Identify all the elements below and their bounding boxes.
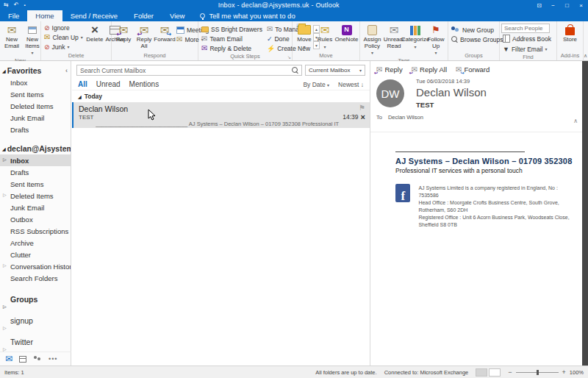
zoom-slider[interactable]: [516, 372, 559, 373]
ribbon-display-options-icon[interactable]: ⊡: [532, 2, 546, 9]
reading-view-button[interactable]: [476, 368, 487, 377]
mail-nav-icon[interactable]: ✉: [5, 354, 12, 363]
store-button[interactable]: Store: [560, 23, 581, 44]
maximize-icon[interactable]: □: [560, 2, 574, 9]
more-nav-icon[interactable]: •••: [49, 355, 57, 363]
assign-policy-button[interactable]: Assign Policy ▾: [362, 23, 383, 57]
quick-step-item[interactable]: SS Bright Drawers: [200, 24, 264, 34]
sidebar-item-sent-items[interactable]: Sent Items: [0, 178, 71, 190]
search-input[interactable]: [80, 67, 292, 74]
follow-up-button[interactable]: ⚑ Follow Up ▾: [426, 23, 446, 57]
zoom-level[interactable]: 100%: [570, 369, 584, 376]
quick-step-item[interactable]: ✉ Reply & Delete: [200, 43, 264, 53]
sort-order-toggle[interactable]: Newest ↓: [338, 81, 364, 88]
reply-all-action[interactable]: ✉↩ Reply All: [412, 65, 447, 74]
reading-pane-scrollbar[interactable]: [582, 61, 588, 365]
filter-email-button[interactable]: ▼ Filter Email ▾: [501, 44, 553, 54]
minimize-folder-pane-icon[interactable]: ‹: [65, 67, 68, 74]
favorites-deleted-items[interactable]: Deleted Items: [0, 100, 71, 112]
date-group-header[interactable]: ◢ Today: [72, 90, 370, 102]
tab-folder[interactable]: Folder: [126, 10, 162, 21]
tab-all[interactable]: All: [78, 80, 87, 88]
quick-steps-dialog-launcher[interactable]: ↘: [287, 54, 291, 60]
expand-arrow-icon[interactable]: ▷: [3, 192, 7, 197]
junk-button[interactable]: ⊘ Junk ▾: [43, 42, 85, 51]
expand-arrow-icon[interactable]: ▷: [3, 325, 7, 330]
sidebar-item-archive[interactable]: Archive: [0, 237, 71, 249]
tab-unread[interactable]: Unread: [96, 80, 121, 88]
search-scope-dropdown[interactable]: Current Mailbox ▾: [305, 65, 365, 76]
flag-icon[interactable]: ⚑: [359, 104, 365, 111]
sidebar-item-deleted-items[interactable]: ▷ Deleted Items: [0, 190, 71, 202]
new-group-button[interactable]: New Group: [450, 25, 505, 35]
reply-button[interactable]: ✉↩ Reply: [113, 23, 134, 44]
expand-arrow-icon[interactable]: ▷: [3, 346, 7, 352]
tab-file[interactable]: File: [0, 10, 27, 21]
message-row[interactable]: Declan Wilson TEST ⚑ 14:39 × ___________…: [72, 102, 370, 128]
move-button[interactable]: ↓ Move ▾: [294, 23, 315, 51]
sidebar-item-signup[interactable]: ▷ signup: [0, 314, 71, 327]
connection-status[interactable]: Connected to: Microsoft Exchange: [384, 369, 469, 376]
caret-icon: ▾: [545, 46, 547, 51]
zoom-out-button[interactable]: −: [508, 369, 512, 376]
sort-by-dropdown[interactable]: By Date ▾: [303, 81, 329, 88]
zoom-slider-thumb[interactable]: [537, 370, 539, 375]
search-box[interactable]: [76, 65, 302, 76]
calendar-nav-icon[interactable]: [19, 356, 26, 363]
search-icon[interactable]: [292, 67, 298, 74]
collapse-ribbon-button[interactable]: ∧: [584, 53, 587, 59]
reply-action[interactable]: ✉↩ Reply: [376, 65, 403, 74]
favorites-header[interactable]: ◢ Favorites ‹: [0, 65, 71, 76]
to-recipient[interactable]: Declan Wilson: [388, 114, 423, 121]
favorites-drafts[interactable]: Drafts: [0, 124, 71, 135]
sidebar-item-drafts[interactable]: Drafts: [0, 166, 71, 178]
sidebar-item-inbox[interactable]: ▷ Inbox: [0, 154, 71, 166]
delete-message-icon[interactable]: ×: [361, 113, 365, 121]
favorites-inbox[interactable]: Inbox: [0, 76, 71, 88]
tab-home[interactable]: Home: [27, 10, 62, 21]
tab-view[interactable]: View: [162, 10, 193, 21]
ignore-button[interactable]: ⊘ Ignore: [43, 23, 85, 32]
quick-step-item[interactable]: ✉ Team Email: [200, 34, 264, 43]
facebook-icon[interactable]: f: [395, 184, 410, 202]
people-nav-icon[interactable]: [33, 356, 42, 363]
address-book-button[interactable]: Address Book: [501, 34, 553, 43]
forward-button[interactable]: ✉↪ Forward: [154, 23, 175, 44]
favorites-junk-email[interactable]: Junk Email: [0, 112, 71, 124]
send-receive-icon[interactable]: ⇆: [4, 2, 9, 8]
zoom-in-button[interactable]: +: [562, 369, 566, 376]
minimize-icon[interactable]: −: [546, 2, 560, 9]
sidebar-item-groups[interactable]: ▷ Groups: [0, 293, 71, 305]
expand-arrow-icon[interactable]: ▷: [3, 304, 7, 309]
tell-me-box[interactable]: Tell me what you want to do: [200, 10, 295, 21]
sidebar-item-clutter[interactable]: Clutter: [0, 249, 71, 260]
sidebar-item-search-folders[interactable]: Search Folders: [0, 272, 71, 284]
sidebar-item-twitter[interactable]: ▷ Twitter: [0, 335, 71, 348]
expand-arrow-icon[interactable]: ▷: [3, 157, 7, 162]
sidebar-item-outbox[interactable]: Outbox: [0, 213, 71, 225]
clean-up-button[interactable]: ✉ Clean Up ▾: [43, 32, 85, 42]
sidebar-item-rss[interactable]: RSS Subscriptions: [0, 225, 71, 237]
new-email-button[interactable]: ✉ New Email: [1, 23, 22, 50]
delete-button[interactable]: × Delete: [85, 23, 105, 44]
reply-all-button[interactable]: ✉↩ Reply All: [134, 23, 154, 50]
normal-view-button[interactable]: [489, 368, 501, 377]
close-icon[interactable]: ×: [574, 2, 588, 9]
collapse-header-icon[interactable]: ∧: [573, 118, 578, 124]
rules-button[interactable]: ✉ Rules ▾: [315, 23, 335, 51]
undo-icon[interactable]: ↶: [14, 2, 19, 8]
expand-arrow-icon[interactable]: ▷: [3, 263, 7, 268]
browse-groups-button[interactable]: Browse Groups: [450, 35, 505, 44]
favorites-sent-items[interactable]: Sent Items: [0, 88, 71, 100]
tab-mentions[interactable]: Mentions: [129, 80, 159, 88]
tab-send-receive[interactable]: Send / Receive: [62, 10, 126, 21]
sidebar-item-conversation-history[interactable]: ▷ Conversation History: [0, 260, 71, 272]
search-people-input[interactable]: [501, 24, 550, 33]
sidebar-item-junk-email[interactable]: Junk Email: [0, 202, 71, 213]
group-label-quick-steps: Quick Steps: [198, 53, 292, 60]
categorize-button[interactable]: Categorize ▾: [405, 23, 426, 51]
account-header[interactable]: ◢ declan@Ajsystems.uk: [0, 143, 71, 154]
new-items-button[interactable]: New Items ▾: [22, 23, 43, 57]
onenote-button[interactable]: N OneNote: [335, 23, 358, 44]
forward-action[interactable]: ✉↪ Forward: [456, 65, 490, 74]
